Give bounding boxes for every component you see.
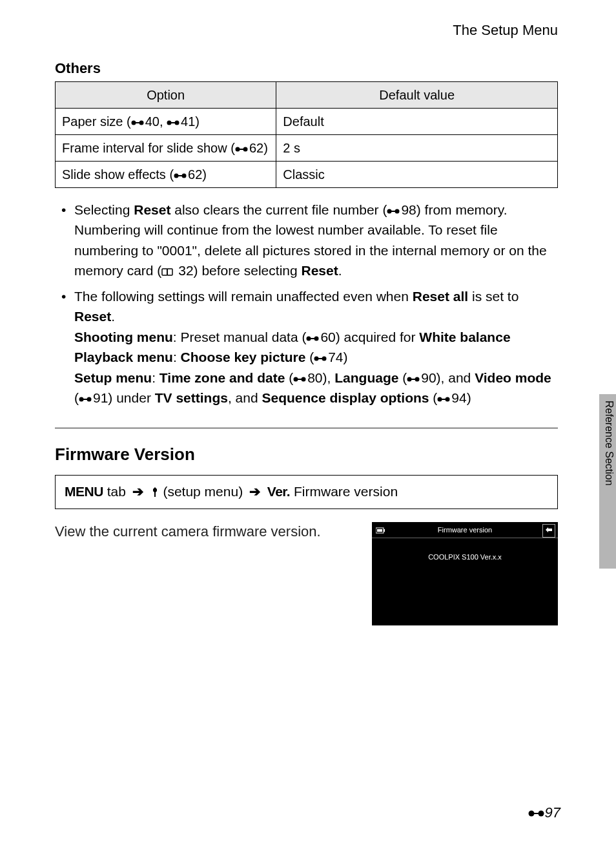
- table-row: Paper size (40, 41) Default: [56, 108, 558, 134]
- ref-num: 62: [188, 167, 202, 182]
- menu-path-box: MENU tab ➔ (setup menu) ➔ Ver. Firmware …: [55, 475, 558, 509]
- svg-rect-37: [377, 529, 382, 532]
- svg-point-2: [139, 120, 143, 125]
- text: Firmware version: [290, 484, 398, 499]
- svg-rect-27: [411, 379, 415, 380]
- battery-icon: [376, 526, 386, 537]
- text: Selecting: [74, 202, 134, 217]
- opt-text: Paper size (: [62, 114, 131, 129]
- arrow-icon: ➔: [132, 484, 144, 499]
- svg-rect-16: [167, 269, 172, 275]
- page-header: The Setup Menu: [55, 21, 558, 41]
- ref-icon: [293, 375, 307, 384]
- ver-label: Ver.: [267, 484, 290, 499]
- ref-icon: [235, 145, 249, 154]
- wrench-icon: [150, 487, 159, 498]
- svg-rect-1: [135, 122, 139, 123]
- text: .: [111, 309, 115, 324]
- bold-text: Choose key picture: [181, 350, 306, 364]
- section-title-others: Others: [55, 59, 558, 79]
- opt-text: ): [202, 167, 207, 182]
- ref-icon: [528, 808, 545, 819]
- bold-text: Reset: [134, 202, 170, 217]
- menu-label: MENU: [65, 484, 103, 499]
- svg-rect-36: [384, 529, 385, 532]
- text: tab: [103, 484, 130, 499]
- text: is set to: [468, 289, 518, 304]
- bold-text: Sequence display options: [262, 390, 429, 405]
- text: ) under: [108, 390, 154, 405]
- text: , and: [228, 390, 262, 405]
- ref-icon: [306, 334, 320, 343]
- ref-num: 32: [178, 263, 193, 278]
- ref-icon: [437, 395, 451, 404]
- default-value: Default: [276, 108, 558, 134]
- back-icon: [542, 524, 555, 538]
- ref-num: 80: [307, 370, 322, 385]
- text: :: [152, 370, 159, 385]
- bold-text: Playback menu: [74, 350, 173, 364]
- svg-point-28: [415, 377, 420, 381]
- svg-point-14: [395, 209, 400, 213]
- ref-num: 91: [93, 390, 108, 405]
- text: ), and: [436, 370, 475, 385]
- bold-text: Reset: [302, 263, 338, 278]
- opt-text: Frame interval for slide show (: [62, 141, 235, 155]
- ref-num: 90: [421, 370, 436, 385]
- bold-text: Video mode: [475, 370, 551, 385]
- bold-text: Language: [334, 370, 398, 385]
- ref-num: 41: [181, 114, 195, 129]
- ref-icon: [79, 395, 93, 404]
- notes-list: Selecting Reset also clears the current …: [55, 200, 558, 408]
- page-number: 97: [528, 803, 560, 823]
- svg-rect-15: [162, 269, 167, 275]
- divider: [55, 428, 558, 428]
- svg-rect-10: [178, 175, 182, 176]
- svg-point-40: [538, 811, 544, 817]
- bold-text: Setup menu: [74, 370, 152, 385]
- ref-num: 62: [249, 141, 263, 155]
- svg-point-11: [182, 173, 187, 178]
- svg-rect-4: [170, 122, 175, 123]
- svg-point-19: [314, 336, 319, 341]
- opt-text: ,: [159, 114, 167, 129]
- opt-text: Slide show effects (: [62, 167, 174, 182]
- svg-point-8: [243, 147, 247, 151]
- firmware-heading: Firmware Version: [55, 443, 558, 466]
- ref-num: 74: [328, 350, 343, 364]
- text: (setup menu): [159, 484, 247, 499]
- svg-rect-18: [310, 338, 314, 339]
- svg-rect-7: [239, 149, 243, 150]
- page-number-text: 97: [545, 804, 560, 821]
- opt-text: ): [263, 141, 268, 155]
- ref-icon: [131, 118, 145, 127]
- text: also clears the current file number (: [170, 202, 387, 217]
- bold-text: TV settings: [155, 390, 228, 405]
- text: :: [173, 350, 181, 364]
- table-row: Slide show effects (62) Classic: [56, 161, 558, 187]
- lcd-preview: Firmware version COOLPIX S100 Ver.x.x: [372, 522, 558, 625]
- text: .: [338, 263, 342, 278]
- ref-num: 94: [451, 390, 466, 405]
- bold-text: Shooting menu: [74, 330, 173, 344]
- ref-icon: [387, 207, 401, 216]
- svg-rect-13: [391, 211, 395, 212]
- lcd-body: COOLPIX S100 Ver.x.x: [372, 538, 558, 562]
- list-item: The following settings will remain unaff…: [55, 286, 558, 408]
- ref-icon: [314, 354, 328, 363]
- text: ): [467, 390, 471, 405]
- svg-rect-24: [297, 379, 302, 380]
- bold-text: Time zone and date: [159, 370, 285, 385]
- default-value: Classic: [276, 161, 558, 187]
- bold-text: Reset: [74, 309, 111, 324]
- ref-num: 60: [320, 330, 335, 344]
- svg-rect-33: [441, 399, 446, 400]
- table-row: Frame interval for slide show (62) 2 s: [56, 134, 558, 161]
- text: ),: [323, 370, 335, 385]
- svg-rect-30: [83, 399, 87, 400]
- svg-point-5: [175, 120, 180, 125]
- book-icon: [161, 267, 174, 277]
- lcd-title: Firmware version: [438, 525, 492, 535]
- text: ) acquired for: [336, 330, 420, 344]
- options-table: Option Default value Paper size (40, 41)…: [55, 81, 558, 188]
